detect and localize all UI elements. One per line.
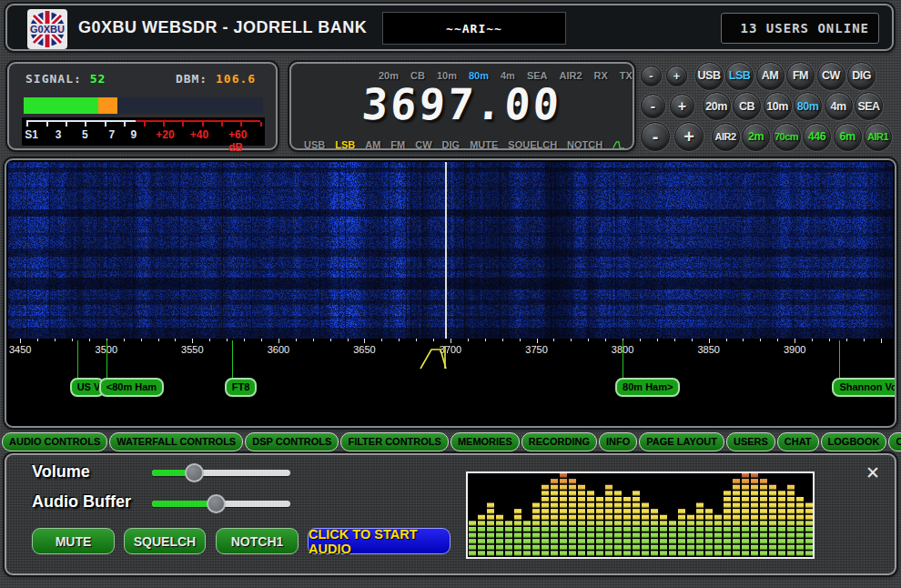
scale-label-3650: 3650 [353, 344, 375, 355]
button-am[interactable]: AM [756, 62, 785, 90]
button-2m[interactable]: 2m [742, 123, 770, 151]
s-meter-tick [240, 122, 242, 127]
scale-label-3850: 3850 [697, 344, 719, 355]
button-10m[interactable]: 10m [764, 92, 792, 120]
button-air1[interactable]: AIR1 [864, 123, 892, 151]
signal-level-green [24, 97, 98, 114]
control-tabs-row: AUDIO CONTROLSWATERFALL CONTROLSDSP CONT… [2, 432, 899, 451]
volume-slider-thumb[interactable] [185, 463, 204, 482]
scale-major-tick [795, 339, 795, 343]
banner-text: ~~ARI~~ [382, 12, 566, 45]
waterfall-display[interactable] [8, 162, 893, 339]
button-fm[interactable]: FM [786, 62, 815, 90]
station-logo: G0XBU [27, 9, 67, 49]
scale-minor-tick [692, 339, 693, 341]
tab-users[interactable]: USERS [726, 432, 775, 451]
start-audio-button[interactable]: CLICK TO START AUDIO [308, 528, 450, 554]
squelch-button[interactable]: SQUELCH [124, 528, 206, 554]
signal-value: 52 [90, 72, 106, 86]
close-icon[interactable]: ✕ [866, 462, 880, 483]
scale-minor-tick [296, 339, 297, 341]
tab-filter-controls[interactable]: FILTER CONTROLS [340, 432, 448, 451]
s-meter-label: +20 [156, 128, 174, 141]
mode-indicator-am[interactable]: AM [365, 139, 380, 150]
scale-minor-tick [399, 339, 400, 341]
scale-minor-tick [743, 339, 744, 341]
s-meter-tick [260, 122, 262, 127]
button-dig[interactable]: DIG [847, 62, 876, 90]
mode-indicator-usb[interactable]: USB [304, 139, 325, 150]
band-marker-line [77, 340, 78, 378]
tab-memories[interactable]: MEMORIES [450, 432, 520, 451]
notch1-button[interactable]: NOTCH1 [216, 528, 299, 554]
mode-indicator-squelch[interactable]: SQUELCH [508, 139, 557, 150]
mode-indicator-fm[interactable]: FM [390, 139, 405, 150]
scale-minor-tick [313, 339, 314, 341]
tab-audio-controls[interactable]: AUDIO CONTROLS [2, 432, 107, 451]
mode-indicator-row: USBLSBAMFMCWDIGMUTESQUELCHNOTCH 2.40 KHZ [304, 132, 634, 150]
step-up-button-row1[interactable]: + [666, 66, 687, 86]
s-meter-label: 7 [108, 128, 115, 141]
mode-indicator-cw[interactable]: CW [415, 139, 431, 150]
button-cw[interactable]: CW [817, 62, 845, 90]
tab-waterfall-controls[interactable]: WATERFALL CONTROLS [109, 432, 243, 451]
band-marker-line [106, 340, 107, 378]
bandpass-filter-icon [612, 138, 625, 150]
s-meter-label: 5 [82, 128, 88, 141]
scale-minor-tick [330, 339, 331, 341]
scale-label-3450: 3450 [9, 344, 31, 355]
signal-level-bar [24, 97, 263, 114]
tab-info[interactable]: INFO [599, 432, 637, 451]
tab-recording[interactable]: RECORDING [521, 432, 597, 451]
step-down-button-row2[interactable]: - [641, 94, 665, 118]
volume-label: Volume [32, 462, 90, 482]
tab-page-layout[interactable]: PAGE LAYOUT [639, 432, 724, 451]
tab-chat[interactable]: CHAT [777, 432, 819, 451]
mode-indicator-lsb[interactable]: LSB [335, 139, 355, 150]
button-446[interactable]: 446 [803, 123, 831, 151]
band-marker-label[interactable]: <80m Ham [99, 378, 164, 397]
equalizer-bars [468, 473, 813, 557]
audio-buffer-slider-thumb[interactable] [207, 494, 226, 513]
scale-minor-tick [864, 339, 865, 341]
band-marker-label[interactable]: FT8 [225, 378, 258, 397]
button-usb[interactable]: USB [695, 62, 724, 90]
header-bar: G0XBU G0XBU WEBSDR - JODRELL BANK ~~ARI~… [5, 4, 894, 51]
step-down-button-row3[interactable]: - [641, 122, 670, 151]
tab-cb-codes[interactable]: CB CODES [888, 432, 901, 451]
scale-label-3900: 3900 [784, 344, 805, 355]
passband-shape-icon[interactable] [417, 345, 459, 370]
scale-label-3750: 3750 [525, 344, 547, 355]
scale-major-tick [450, 339, 451, 343]
mode-indicator-notch[interactable]: NOTCH [567, 139, 602, 150]
band-marker-label[interactable]: Shannon Volmet [832, 378, 896, 397]
band-marker-line [232, 340, 233, 378]
mute-button[interactable]: MUTE [32, 528, 115, 554]
scale-label-3600: 3600 [268, 344, 289, 355]
band-marker-label[interactable]: 80m Ham> [615, 378, 680, 397]
s-meter-tick [144, 122, 146, 127]
button-lsb[interactable]: LSB [725, 62, 754, 90]
step-up-button-row2[interactable]: + [670, 94, 694, 118]
tab-dsp-controls[interactable]: DSP CONTROLS [245, 432, 339, 451]
mode-indicator-mute[interactable]: MUTE [470, 139, 498, 150]
button-row-3: -+AIR22m70cm4466mAIR1 [641, 122, 897, 151]
button-6m[interactable]: 6m [834, 123, 862, 151]
button-4m[interactable]: 4m [825, 92, 853, 120]
button-air2[interactable]: AIR2 [712, 123, 740, 151]
button-sea[interactable]: SEA [855, 92, 883, 120]
button-70cm[interactable]: 70cm [773, 123, 801, 151]
button-cb[interactable]: CB [733, 92, 761, 120]
button-80m[interactable]: 80m [794, 92, 822, 120]
audio-buffer-slider[interactable] [152, 501, 290, 507]
scale-minor-tick [760, 339, 761, 341]
volume-slider[interactable] [152, 470, 290, 476]
button-20m[interactable]: 20m [703, 92, 731, 120]
mode-indicator-dig[interactable]: DIG [442, 139, 461, 150]
step-down-button-row1[interactable]: - [641, 66, 662, 86]
tab-logbook[interactable]: LOGBOOK [821, 432, 887, 451]
step-up-button-row3[interactable]: + [674, 122, 704, 151]
frequency-display: 3697.00 [289, 79, 634, 129]
s-meter-label: 9 [130, 128, 137, 141]
signal-readout: SIGNAL: 52 DBM: 106.6 [25, 72, 264, 86]
